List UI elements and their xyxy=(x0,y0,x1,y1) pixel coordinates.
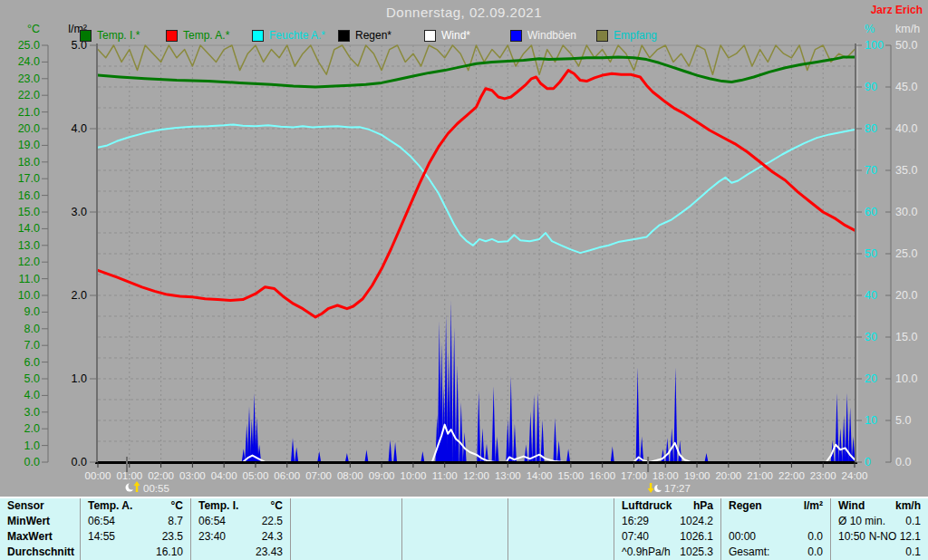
axis-wind_kmh-tick-label: 10.0 xyxy=(895,372,917,385)
table-cell-row xyxy=(508,545,614,560)
axis-wind_kmh-tick-label: 15.0 xyxy=(895,331,917,343)
table-cell-row xyxy=(291,529,401,545)
axis-rain_lm2-tick-label: 4.0 xyxy=(72,122,87,135)
table-column-header xyxy=(291,498,401,514)
axis-time-tick-label: 21:00 xyxy=(747,470,773,481)
table-cell-row xyxy=(402,514,508,529)
table-cell-row: 06:5422.5 xyxy=(191,514,290,529)
table-cell-value: 23.5 xyxy=(162,529,183,545)
axis-temp_c-tick-label: 18.0 xyxy=(18,156,40,169)
table-column-unit: km/h xyxy=(895,498,921,514)
axis-time-tick-label: 04:00 xyxy=(211,470,237,481)
table-row-labels-column: SensorMinWertMaxWertDurchschnitt xyxy=(0,498,80,560)
table-column-header xyxy=(508,498,614,514)
axis-humidity_pct-tick-label: 60 xyxy=(865,206,877,218)
axis-humidity_pct-tick-label: 50 xyxy=(865,247,877,260)
axis-time-tick-label: 19:00 xyxy=(684,470,710,481)
table-column-unit: °C xyxy=(271,498,283,514)
axis-humidity_pct-tick-label: 30 xyxy=(865,331,877,343)
table-cell-row: ^0.9hPa/h1025.3 xyxy=(614,545,720,560)
weather-day-chart: 0.01.02.03.04.05.06.07.08.09.010.011.012… xyxy=(0,0,928,497)
statistics-table: SensorMinWertMaxWertDurchschnittTemp. A.… xyxy=(0,497,928,560)
table-column-header: Temp. A.°C xyxy=(81,498,190,514)
axis-time-tick-label: 13:00 xyxy=(495,470,521,481)
axis-time-tick-label: 08:00 xyxy=(337,470,363,481)
legend-item-temp-a-: Temp. A.* xyxy=(166,29,229,42)
legend-item-temp-i-: Temp. I.* xyxy=(80,29,140,42)
table-cell-time: ^0.9hPa/h xyxy=(622,545,671,560)
table-column-empty-4 xyxy=(508,498,614,560)
table-cell-time: 10:50 xyxy=(838,529,865,545)
table-column-luftdruck: LuftdruckhPa16:291024.207:401026.1^0.9hP… xyxy=(614,498,720,560)
table-row-label: MinWert xyxy=(0,514,80,529)
table-column-header: Windkm/h xyxy=(831,498,928,514)
table-cell-value: N-NO 12.1 xyxy=(869,529,921,545)
axis-temp_c-tick-label: 24.0 xyxy=(18,55,40,68)
table-column-regen: Regenl/m²00:000.0Gesamt:0.0 xyxy=(720,498,830,560)
axis-time-tick-label: 14:00 xyxy=(527,470,553,481)
axis-rain_lm2-tick-label: 0.0 xyxy=(72,456,87,468)
table-cell-time: 06:54 xyxy=(88,514,115,529)
axis-temp_c-tick-label: 3.0 xyxy=(24,406,40,419)
legend-item-feuchte-a-: Feuchte A.* xyxy=(252,29,325,42)
table-column-unit: °C xyxy=(171,498,183,514)
axis-time-tick-label: 02:00 xyxy=(148,470,174,481)
legend-swatch-icon xyxy=(424,30,436,42)
table-cell-row: Gesamt:0.0 xyxy=(721,545,830,560)
axis-temp_c-tick-label: 8.0 xyxy=(24,323,40,335)
table-cell-row xyxy=(508,529,614,545)
axis-temp_c-tick-label: 19.0 xyxy=(18,139,40,151)
axis-temp_c-tick-label: 16.0 xyxy=(18,189,40,202)
legend: Temp. I.*Temp. A.*Feuchte A.*Regen*Wind*… xyxy=(0,29,928,43)
table-cell-row xyxy=(291,545,401,560)
axis-time-tick-label: 09:00 xyxy=(369,470,395,481)
table-column-header xyxy=(402,498,508,514)
axis-time-tick-label: 05:00 xyxy=(243,470,269,481)
axis-temp_c-tick-label: 12.0 xyxy=(18,256,40,268)
event-marker-time: 17:27 xyxy=(664,483,691,494)
legend-item-windb-en: Windböen xyxy=(510,29,576,42)
table-cell-row: 16:291024.2 xyxy=(614,514,720,529)
legend-label: Temp. A.* xyxy=(183,29,229,42)
axis-temp_c-tick-label: 0.0 xyxy=(24,456,40,468)
axis-temp_c-tick-label: 9.0 xyxy=(24,305,40,318)
axis-temp_c-tick-label: 22.0 xyxy=(18,89,40,101)
table-cell-row: 14:5523.5 xyxy=(81,529,190,545)
table-cell-time: 14:55 xyxy=(88,529,115,545)
table-cell-row xyxy=(402,545,508,560)
table-column-header: Regenl/m² xyxy=(721,498,830,514)
table-cell-row: 00:000.0 xyxy=(721,529,830,545)
table-row-label: Sensor xyxy=(0,498,80,514)
table-cell-time: Gesamt: xyxy=(729,545,769,560)
axis-time-tick-label: 11:00 xyxy=(432,470,458,481)
axis-time-tick-label: 18:00 xyxy=(652,470,679,481)
legend-label: Wind* xyxy=(441,29,470,42)
table-cell-row: 07:401026.1 xyxy=(614,529,720,545)
table-column-wind: Windkm/hØ 10 min.0.110:50N-NO 12.10.1 xyxy=(830,498,928,560)
axis-wind_kmh: 0.05.010.015.020.025.030.035.040.045.050… xyxy=(885,23,920,468)
axis-wind_kmh-tick-label: 25.0 xyxy=(895,247,917,260)
axis-humidity_pct-tick-label: 40 xyxy=(865,289,877,302)
axis-wind_kmh-tick-label: 45.0 xyxy=(895,81,917,93)
axis-wind_kmh-tick-label: 35.0 xyxy=(895,164,917,177)
series-wind xyxy=(98,425,855,462)
axis-time-tick-label: 07:00 xyxy=(305,470,332,481)
axis-time-tick-label: 17:00 xyxy=(621,470,647,481)
axis-temp_c-tick-label: 1.0 xyxy=(24,439,40,452)
table-cell-value: 16.10 xyxy=(156,545,183,560)
table-cell-time: 07:40 xyxy=(622,529,649,545)
table-column-header: LuftdruckhPa xyxy=(614,498,720,514)
axis-temp_c: 0.01.02.03.04.05.06.07.08.09.010.011.012… xyxy=(18,23,48,468)
legend-swatch-icon xyxy=(596,30,608,42)
axis-temp_c-tick-label: 11.0 xyxy=(19,273,40,285)
table-row-label: MaxWert xyxy=(0,529,80,545)
table-column-title: Luftdruck xyxy=(622,498,672,514)
legend-swatch-icon xyxy=(80,30,92,42)
axis-temp_c-tick-label: 13.0 xyxy=(18,239,40,252)
axis-wind_kmh-tick-label: 5.0 xyxy=(895,414,911,427)
axis-time-tick-label: 12:00 xyxy=(463,470,489,481)
legend-label: Empfang xyxy=(614,29,657,42)
event-marker-time: 00:55 xyxy=(143,483,169,494)
user-name-label: Jarz Erich xyxy=(871,4,923,16)
legend-item-wind-: Wind* xyxy=(424,29,470,42)
